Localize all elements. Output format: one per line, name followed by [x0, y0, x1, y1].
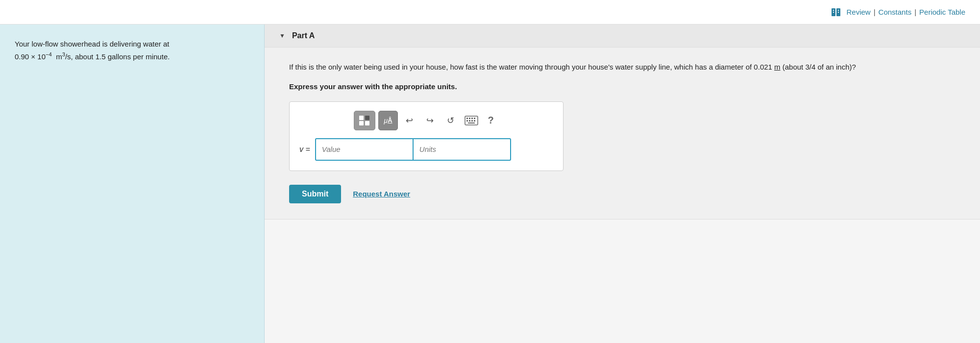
svg-rect-11 [466, 118, 468, 119]
review-icon [831, 8, 842, 17]
periodic-table-link[interactable]: Periodic Table [919, 8, 965, 16]
svg-rect-6 [359, 116, 364, 120]
submit-button[interactable]: Submit [289, 185, 341, 203]
input-row: v = [299, 138, 553, 161]
svg-rect-19 [468, 122, 475, 123]
svg-rect-12 [469, 118, 470, 119]
grid-input-button[interactable] [354, 111, 375, 130]
reset-button[interactable]: ↺ [442, 112, 460, 129]
svg-rect-3 [838, 10, 839, 11]
svg-rect-14 [474, 118, 475, 119]
action-row: Submit Request Answer [289, 185, 956, 203]
part-a-body: If this is the only water being used in … [265, 48, 980, 219]
angstrom-symbol: Å [388, 117, 392, 124]
redo-button[interactable]: ↪ [421, 112, 439, 129]
constants-link[interactable]: Constants [879, 8, 912, 16]
v-label: v = [299, 145, 310, 154]
svg-rect-17 [471, 120, 473, 122]
toolbar-row: μÅ ↩ ↪ ↺ [299, 111, 553, 130]
part-a-header[interactable]: ▼ Part A [265, 24, 980, 48]
svg-rect-16 [469, 120, 470, 122]
svg-rect-2 [833, 10, 834, 11]
problem-text-line1: Your low-flow showerhead is delivering w… [15, 40, 169, 48]
problem-text: Your low-flow showerhead is delivering w… [15, 38, 249, 63]
svg-rect-9 [365, 121, 369, 125]
part-a-section: ▼ Part A If this is the only water being… [265, 24, 980, 220]
svg-rect-15 [466, 120, 468, 122]
sep-2: | [914, 8, 916, 16]
request-answer-link[interactable]: Request Answer [353, 190, 410, 198]
value-input[interactable] [315, 138, 413, 161]
right-panel: ▼ Part A If this is the only water being… [265, 24, 980, 343]
svg-rect-4 [833, 12, 834, 13]
problem-math: 0.90 × 10−4 m3/s, about 1.5 gallons per … [15, 52, 170, 61]
sep-1: | [874, 8, 876, 16]
mu-symbol: μ [384, 117, 388, 124]
svg-rect-18 [474, 120, 475, 122]
main-layout: Your low-flow showerhead is delivering w… [0, 24, 980, 343]
express-instructions: Express your answer with the appropriate… [289, 82, 956, 91]
question-text: If this is the only water being used in … [289, 61, 956, 74]
mua-button[interactable]: μÅ [378, 111, 397, 130]
svg-rect-8 [359, 121, 364, 125]
part-a-title: Part A [292, 31, 315, 40]
left-panel: Your low-flow showerhead is delivering w… [0, 24, 265, 343]
svg-rect-7 [365, 116, 369, 120]
undo-button[interactable]: ↩ [401, 112, 418, 129]
diameter-unit: m [774, 63, 781, 71]
svg-rect-5 [838, 12, 839, 13]
top-bar-links: Review | Constants | Periodic Table [831, 8, 966, 17]
top-bar: Review | Constants | Periodic Table [0, 0, 980, 24]
help-button[interactable]: ? [483, 111, 499, 130]
svg-rect-13 [471, 118, 473, 119]
review-link[interactable]: Review [847, 8, 871, 16]
keyboard-button[interactable] [463, 112, 480, 129]
answer-box: μÅ ↩ ↪ ↺ [289, 101, 564, 171]
units-input[interactable] [413, 138, 511, 161]
collapse-arrow-icon: ▼ [279, 32, 285, 39]
